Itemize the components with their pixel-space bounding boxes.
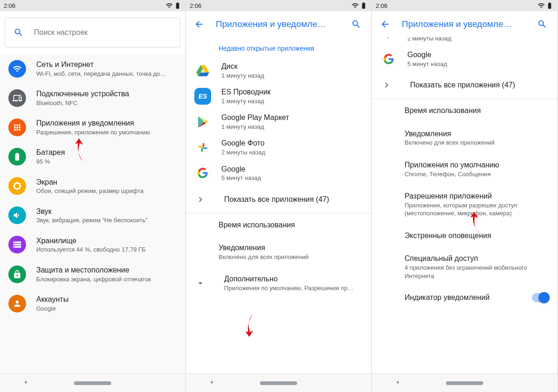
screen-apps-expanded: 2:06 Приложения и уведомле… G (372, 0, 557, 392)
play-store-icon (194, 113, 211, 130)
wifi-icon (538, 2, 545, 9)
status-bar: 2:06 (0, 0, 185, 11)
nav-back[interactable] (394, 379, 401, 387)
arrow-back-icon (380, 19, 390, 29)
drive-icon (194, 62, 211, 79)
item-security[interactable]: Защита и местоположение Блокировка экран… (0, 259, 185, 289)
google-photos-icon (380, 37, 397, 42)
app-row-drive[interactable]: Диск 1 минуту назад (186, 58, 371, 83)
status-icons (538, 2, 553, 9)
battery-circle-icon (8, 148, 26, 166)
app-header: Приложения и уведомле… (186, 11, 371, 37)
search-icon (351, 19, 361, 29)
item-sound[interactable]: Звук Звук, вибрация, режим "Не беспокоит… (0, 201, 185, 230)
header-title: Приложения и уведомле… (402, 19, 525, 29)
item-network[interactable]: Сеть и Интернет Wi-Fi, моб. сети, переда… (0, 54, 185, 83)
nav-back[interactable] (208, 379, 215, 387)
clock: 2:06 (4, 2, 15, 9)
search-input[interactable] (34, 28, 172, 37)
screen-settings-root: 2:06 Сеть и Интернет Wi-Fi, моб. сети, п… (0, 0, 185, 392)
toggle-switch[interactable] (532, 293, 549, 302)
row-usage-time[interactable]: Время использования (186, 213, 371, 237)
app-row-play[interactable]: Google Play Маркет 1 минуту назад (186, 109, 371, 134)
search-icon (537, 19, 547, 29)
item-accounts[interactable]: Аккаунты Google (0, 289, 185, 318)
row-notification-indicator[interactable]: Индикатор уведомлений (372, 286, 557, 309)
arrow-back-icon (194, 19, 204, 29)
apps-content: Недавно открытые приложения Диск 1 минут… (186, 37, 371, 373)
google-photos-icon (194, 139, 211, 156)
row-default-apps[interactable]: Приложения по умолчанию Chrome, Телефон,… (372, 153, 557, 185)
status-bar: 2:06 (186, 0, 371, 11)
status-bar: 2:06 (372, 0, 557, 11)
row-notifications[interactable]: Уведомления Включено для всех приложений (372, 122, 557, 153)
battery-icon (174, 2, 181, 9)
brightness-icon (8, 177, 26, 195)
volume-icon (8, 206, 26, 224)
item-battery[interactable]: Батарея 95 % (0, 142, 185, 171)
screen-apps-notifications: 2:06 Приложения и уведомле… Недавно откр… (186, 0, 371, 392)
navbar (186, 373, 371, 392)
devices-icon (8, 89, 26, 107)
app-row-google[interactable]: Google 5 минут назад (372, 46, 557, 72)
google-icon (380, 51, 397, 67)
show-all-apps[interactable]: Показать все приложения (47) (186, 186, 371, 213)
apps-expanded-content: Google Фото 2 минуты назад Google 5 мину… (372, 37, 557, 373)
search-button[interactable] (346, 14, 366, 34)
battery-icon (546, 2, 553, 9)
item-apps-notifications[interactable]: Приложения и уведомления Разрешения, при… (0, 113, 185, 142)
row-usage-time[interactable]: Время использования (372, 99, 557, 122)
back-button[interactable] (375, 14, 395, 34)
app-row-es[interactable]: ES ES Проводник 1 минуту назад (186, 83, 371, 109)
row-emergency-alerts[interactable]: Экстренные оповещения (372, 224, 557, 247)
row-special-access[interactable]: Специальный доступ 4 приложения без огра… (372, 247, 557, 286)
back-button[interactable] (189, 14, 209, 34)
header-title: Приложения и уведомле… (216, 19, 339, 29)
row-notifications[interactable]: Уведомления Включено для всех приложений (186, 236, 371, 267)
wifi-icon (352, 2, 359, 9)
app-row-photos-cut[interactable]: Google Фото 2 минуты назад (372, 37, 557, 46)
item-storage[interactable]: Хранилище Используется 44 %, свободно 17… (0, 230, 185, 259)
row-advanced[interactable]: Дополнительно Приложения по умолчанию, Р… (186, 267, 371, 299)
row-app-permissions[interactable]: Разрешения приложений Приложения, которы… (372, 185, 557, 224)
app-row-photos[interactable]: Google Фото 2 минуты назад (186, 134, 371, 160)
account-icon (8, 295, 26, 312)
search-icon (13, 27, 24, 38)
item-devices[interactable]: Подключенные устройства Bluetooth, NFC (0, 83, 185, 113)
show-all-apps[interactable]: Показать все приложения (47) (372, 72, 557, 99)
chevron-right-icon (378, 80, 395, 90)
status-icons (352, 2, 367, 9)
clock: 2:06 (376, 2, 387, 9)
item-title: Сеть и Интернет (36, 60, 179, 70)
settings-list: Сеть и Интернет Wi-Fi, моб. сети, переда… (0, 54, 185, 373)
nav-back[interactable] (22, 379, 29, 387)
nav-home-pill[interactable] (260, 381, 297, 385)
app-header: Приложения и уведомле… (372, 11, 557, 37)
wifi-circle-icon (8, 60, 26, 78)
navbar (372, 373, 557, 392)
es-explorer-icon: ES (194, 88, 211, 105)
navbar (0, 373, 185, 392)
storage-icon (8, 236, 26, 253)
recent-apps-label: Недавно открытые приложения (186, 37, 371, 58)
nav-home-pill[interactable] (446, 381, 483, 385)
clock: 2:06 (190, 2, 201, 9)
search-card[interactable] (5, 18, 180, 47)
nav-home-pill[interactable] (74, 381, 111, 385)
google-icon (194, 165, 211, 181)
item-display[interactable]: Экран Обои, спящий режим, размер шрифта (0, 172, 185, 201)
status-icons (166, 2, 181, 9)
chevron-right-icon (192, 194, 209, 205)
wifi-icon (166, 2, 173, 9)
chevron-down-icon (192, 278, 209, 288)
app-row-google[interactable]: Google 5 минут назад (186, 160, 371, 186)
search-button[interactable] (532, 14, 552, 34)
lock-icon (8, 266, 26, 283)
item-sub: Wi-Fi, моб. сети, передача данных, точка… (36, 70, 179, 78)
battery-icon (360, 2, 367, 9)
annotation-arrow (241, 311, 258, 339)
apps-icon (8, 119, 26, 136)
